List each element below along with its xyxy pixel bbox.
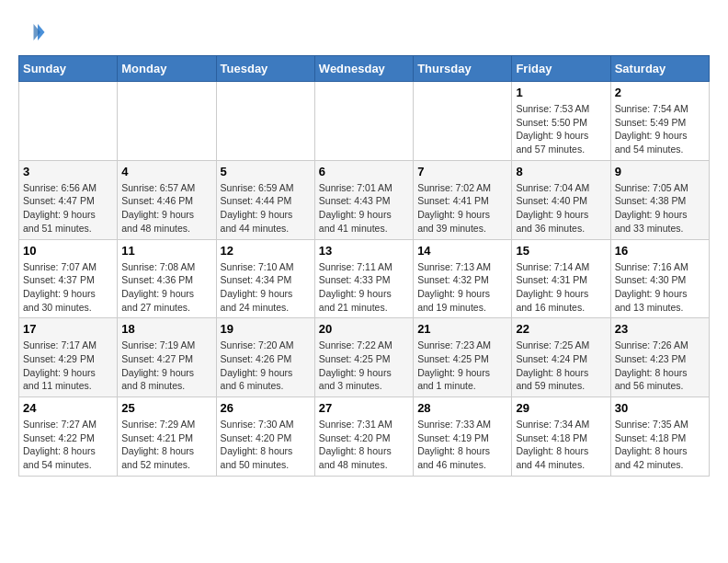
day-number: 3 xyxy=(23,165,113,178)
calendar-cell xyxy=(118,82,216,161)
calendar-cell: 22 Sunrise: 7:25 AMSunset: 4:24 PMDaylig… xyxy=(512,318,610,397)
calendar-cell: 29 Sunrise: 7:34 AMSunset: 4:18 PMDaylig… xyxy=(512,397,610,477)
day-number: 18 xyxy=(121,322,211,336)
header-day: Monday xyxy=(118,56,216,82)
calendar-cell: 23 Sunrise: 7:26 AMSunset: 4:23 PMDaylig… xyxy=(610,318,709,397)
logo xyxy=(18,18,50,46)
calendar-cell: 17 Sunrise: 7:17 AMSunset: 4:29 PMDaylig… xyxy=(19,318,118,397)
header-day: Wednesday xyxy=(314,56,413,82)
calendar-header: SundayMondayTuesdayWednesdayThursdayFrid… xyxy=(19,56,710,82)
calendar-cell: 15 Sunrise: 7:14 AMSunset: 4:31 PMDaylig… xyxy=(512,239,610,318)
calendar-cell xyxy=(414,82,512,161)
day-number: 6 xyxy=(319,165,409,178)
day-number: 19 xyxy=(221,322,311,336)
calendar-cell: 9 Sunrise: 7:05 AMSunset: 4:38 PMDayligh… xyxy=(610,160,709,239)
day-info: Sunrise: 7:31 AMSunset: 4:20 PMDaylight:… xyxy=(319,418,409,472)
calendar-week-row: 10 Sunrise: 7:07 AMSunset: 4:37 PMDaylig… xyxy=(19,239,710,318)
day-info: Sunrise: 7:26 AMSunset: 4:23 PMDaylight:… xyxy=(615,339,705,393)
day-number: 7 xyxy=(417,165,507,178)
day-info: Sunrise: 7:30 AMSunset: 4:20 PMDaylight:… xyxy=(221,418,311,472)
day-number: 8 xyxy=(516,165,606,178)
calendar-cell: 6 Sunrise: 7:01 AMSunset: 4:43 PMDayligh… xyxy=(314,160,413,239)
day-number: 10 xyxy=(23,244,113,258)
day-info: Sunrise: 7:01 AMSunset: 4:43 PMDaylight:… xyxy=(319,181,409,236)
calendar-cell: 18 Sunrise: 7:19 AMSunset: 4:27 PMDaylig… xyxy=(118,318,216,397)
day-info: Sunrise: 7:35 AMSunset: 4:18 PMDaylight:… xyxy=(615,418,705,472)
calendar-body: 1 Sunrise: 7:53 AMSunset: 5:50 PMDayligh… xyxy=(19,82,710,477)
header-day: Friday xyxy=(512,56,610,82)
calendar-week-row: 24 Sunrise: 7:27 AMSunset: 4:22 PMDaylig… xyxy=(19,397,710,477)
day-number: 22 xyxy=(516,322,606,336)
day-info: Sunrise: 7:19 AMSunset: 4:27 PMDaylight:… xyxy=(121,339,211,393)
calendar-cell xyxy=(19,82,118,161)
calendar-cell: 8 Sunrise: 7:04 AMSunset: 4:40 PMDayligh… xyxy=(512,160,610,239)
calendar-cell: 26 Sunrise: 7:30 AMSunset: 4:20 PMDaylig… xyxy=(216,397,314,477)
calendar-cell: 19 Sunrise: 7:20 AMSunset: 4:26 PMDaylig… xyxy=(216,318,314,397)
day-info: Sunrise: 7:53 AMSunset: 5:50 PMDaylight:… xyxy=(516,102,606,156)
calendar-cell xyxy=(216,82,314,161)
day-info: Sunrise: 6:56 AMSunset: 4:47 PMDaylight:… xyxy=(23,181,113,236)
day-info: Sunrise: 7:34 AMSunset: 4:18 PMDaylight:… xyxy=(516,418,606,472)
day-number: 15 xyxy=(516,244,606,258)
day-info: Sunrise: 7:25 AMSunset: 4:24 PMDaylight:… xyxy=(516,339,606,393)
calendar-cell: 27 Sunrise: 7:31 AMSunset: 4:20 PMDaylig… xyxy=(314,397,413,477)
calendar-cell: 10 Sunrise: 7:07 AMSunset: 4:37 PMDaylig… xyxy=(19,239,118,318)
logo-icon xyxy=(18,18,46,46)
calendar-cell: 28 Sunrise: 7:33 AMSunset: 4:19 PMDaylig… xyxy=(414,397,512,477)
calendar-cell: 20 Sunrise: 7:22 AMSunset: 4:25 PMDaylig… xyxy=(314,318,413,397)
day-number: 24 xyxy=(23,401,113,415)
header-row: SundayMondayTuesdayWednesdayThursdayFrid… xyxy=(19,56,710,82)
calendar-cell: 24 Sunrise: 7:27 AMSunset: 4:22 PMDaylig… xyxy=(19,397,118,477)
day-info: Sunrise: 7:13 AMSunset: 4:32 PMDaylight:… xyxy=(417,260,507,315)
day-info: Sunrise: 6:59 AMSunset: 4:44 PMDaylight:… xyxy=(221,181,311,236)
day-info: Sunrise: 7:16 AMSunset: 4:30 PMDaylight:… xyxy=(615,260,705,315)
day-number: 28 xyxy=(417,401,507,415)
day-info: Sunrise: 7:04 AMSunset: 4:40 PMDaylight:… xyxy=(516,181,606,236)
day-number: 13 xyxy=(319,244,409,258)
header xyxy=(18,18,710,46)
day-number: 16 xyxy=(615,244,705,258)
calendar-cell: 5 Sunrise: 6:59 AMSunset: 4:44 PMDayligh… xyxy=(216,160,314,239)
day-info: Sunrise: 7:02 AMSunset: 4:41 PMDaylight:… xyxy=(417,181,507,236)
day-number: 4 xyxy=(121,165,211,178)
day-info: Sunrise: 7:20 AMSunset: 4:26 PMDaylight:… xyxy=(221,339,311,393)
header-day: Thursday xyxy=(414,56,512,82)
day-info: Sunrise: 7:07 AMSunset: 4:37 PMDaylight:… xyxy=(23,260,113,315)
day-number: 9 xyxy=(615,165,705,178)
calendar-cell: 7 Sunrise: 7:02 AMSunset: 4:41 PMDayligh… xyxy=(414,160,512,239)
day-number: 29 xyxy=(516,401,606,415)
day-number: 17 xyxy=(23,322,113,336)
day-number: 14 xyxy=(417,244,507,258)
calendar-cell xyxy=(314,82,413,161)
header-day: Saturday xyxy=(610,56,709,82)
calendar-cell: 25 Sunrise: 7:29 AMSunset: 4:21 PMDaylig… xyxy=(118,397,216,477)
calendar-cell: 13 Sunrise: 7:11 AMSunset: 4:33 PMDaylig… xyxy=(314,239,413,318)
day-number: 21 xyxy=(417,322,507,336)
day-number: 2 xyxy=(615,86,705,99)
calendar-cell: 3 Sunrise: 6:56 AMSunset: 4:47 PMDayligh… xyxy=(19,160,118,239)
calendar-cell: 2 Sunrise: 7:54 AMSunset: 5:49 PMDayligh… xyxy=(610,82,709,161)
calendar-table: SundayMondayTuesdayWednesdayThursdayFrid… xyxy=(18,55,710,477)
calendar-cell: 21 Sunrise: 7:23 AMSunset: 4:25 PMDaylig… xyxy=(414,318,512,397)
calendar-week-row: 17 Sunrise: 7:17 AMSunset: 4:29 PMDaylig… xyxy=(19,318,710,397)
day-number: 25 xyxy=(121,401,211,415)
day-number: 11 xyxy=(121,244,211,258)
day-info: Sunrise: 6:57 AMSunset: 4:46 PMDaylight:… xyxy=(121,181,211,236)
day-info: Sunrise: 7:08 AMSunset: 4:36 PMDaylight:… xyxy=(121,260,211,315)
day-info: Sunrise: 7:10 AMSunset: 4:34 PMDaylight:… xyxy=(221,260,311,315)
calendar-cell: 14 Sunrise: 7:13 AMSunset: 4:32 PMDaylig… xyxy=(414,239,512,318)
calendar-cell: 4 Sunrise: 6:57 AMSunset: 4:46 PMDayligh… xyxy=(118,160,216,239)
calendar-cell: 11 Sunrise: 7:08 AMSunset: 4:36 PMDaylig… xyxy=(118,239,216,318)
day-number: 30 xyxy=(615,401,705,415)
day-info: Sunrise: 7:23 AMSunset: 4:25 PMDaylight:… xyxy=(417,339,507,393)
calendar-week-row: 3 Sunrise: 6:56 AMSunset: 4:47 PMDayligh… xyxy=(19,160,710,239)
day-info: Sunrise: 7:29 AMSunset: 4:21 PMDaylight:… xyxy=(121,418,211,472)
day-info: Sunrise: 7:54 AMSunset: 5:49 PMDaylight:… xyxy=(615,102,705,156)
day-info: Sunrise: 7:11 AMSunset: 4:33 PMDaylight:… xyxy=(319,260,409,315)
day-info: Sunrise: 7:14 AMSunset: 4:31 PMDaylight:… xyxy=(516,260,606,315)
day-number: 5 xyxy=(221,165,311,178)
header-day: Tuesday xyxy=(216,56,314,82)
day-number: 27 xyxy=(319,401,409,415)
day-number: 12 xyxy=(221,244,311,258)
day-info: Sunrise: 7:22 AMSunset: 4:25 PMDaylight:… xyxy=(319,339,409,393)
